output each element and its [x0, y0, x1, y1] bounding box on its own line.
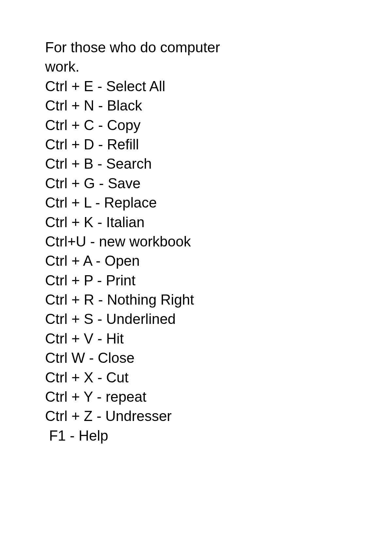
shortcut-line: Ctrl W - Close	[45, 348, 347, 367]
shortcut-line: Ctrl + K - Italian	[45, 212, 347, 232]
shortcut-line: Ctrl + D - Refill	[45, 135, 347, 154]
document-content: For those who do computer work. Ctrl + E…	[45, 38, 347, 445]
shortcut-line: Ctrl + A - Open	[45, 251, 347, 270]
shortcut-line: Ctrl + L - Replace	[45, 193, 347, 212]
heading-line-1: For those who do computer	[45, 38, 347, 57]
shortcut-line: Ctrl+U - new workbook	[45, 232, 347, 251]
shortcut-line: Ctrl + R - Nothing Right	[45, 290, 347, 309]
shortcut-line: Ctrl + Z - Undresser	[45, 406, 347, 426]
shortcut-line: Ctrl + E - Select All	[45, 76, 347, 96]
shortcut-line: Ctrl + G - Save	[45, 174, 347, 193]
shortcut-line: Ctrl + V - Hit	[45, 329, 347, 348]
shortcut-line: Ctrl + X - Cut	[45, 368, 347, 387]
shortcut-line: Ctrl + S - Underlined	[45, 309, 347, 328]
shortcut-line: Ctrl + P - Print	[45, 271, 347, 290]
shortcut-line: Ctrl + C - Copy	[45, 115, 347, 135]
shortcut-line: F1 - Help	[45, 426, 347, 445]
shortcut-line: Ctrl + N - Black	[45, 96, 347, 115]
heading-line-2: work.	[45, 57, 347, 76]
shortcut-line: Ctrl + B - Search	[45, 154, 347, 173]
shortcut-line: Ctrl + Y - repeat	[45, 387, 347, 406]
